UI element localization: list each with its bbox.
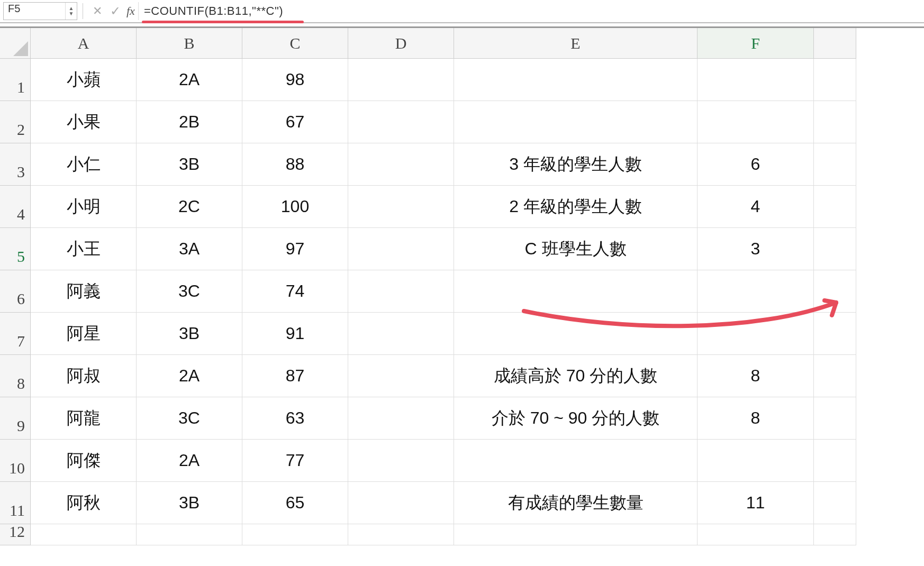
- cell-D1[interactable]: [348, 59, 454, 101]
- cell-extra-4[interactable]: [814, 186, 856, 228]
- cell-B12[interactable]: [137, 524, 242, 545]
- row-header-1[interactable]: 1: [0, 59, 31, 101]
- cell-A2[interactable]: 小果: [31, 101, 137, 143]
- cell-F6[interactable]: [697, 270, 814, 313]
- cell-F12[interactable]: [697, 524, 814, 545]
- cell-F8[interactable]: 8: [697, 355, 814, 397]
- column-header-C[interactable]: C: [242, 28, 348, 59]
- cell-F9[interactable]: 8: [697, 397, 814, 440]
- cell-C8[interactable]: 87: [242, 355, 348, 397]
- cell-B10[interactable]: 2A: [137, 440, 242, 482]
- cell-F7[interactable]: [697, 313, 814, 355]
- cell-extra-11[interactable]: [814, 482, 856, 524]
- accept-button[interactable]: ✓: [106, 2, 124, 20]
- cell-A4[interactable]: 小明: [31, 186, 137, 228]
- cell-E4[interactable]: 2 年級的學生人數: [454, 186, 697, 228]
- cell-F10[interactable]: [697, 440, 814, 482]
- row-header-9[interactable]: 9: [0, 397, 31, 440]
- row-header-12[interactable]: 12: [0, 524, 31, 545]
- cell-B4[interactable]: 2C: [137, 186, 242, 228]
- cell-D9[interactable]: [348, 397, 454, 440]
- spreadsheet-grid[interactable]: ABCDEF1小蘋2A982小果2B673小仁3B883 年級的學生人數64小明…: [0, 26, 924, 545]
- formula-input[interactable]: =COUNTIF(B1:B11,"**C"): [144, 4, 283, 18]
- cell-C10[interactable]: 77: [242, 440, 348, 482]
- row-header-7[interactable]: 7: [0, 313, 31, 355]
- cell-D10[interactable]: [348, 440, 454, 482]
- cell-E11[interactable]: 有成績的學生數量: [454, 482, 697, 524]
- row-header-4[interactable]: 4: [0, 186, 31, 228]
- cell-C6[interactable]: 74: [242, 270, 348, 313]
- cell-E9[interactable]: 介於 70 ~ 90 分的人數: [454, 397, 697, 440]
- cell-extra-1[interactable]: [814, 59, 856, 101]
- cell-F11[interactable]: 11: [697, 482, 814, 524]
- cell-extra-3[interactable]: [814, 143, 856, 186]
- cell-extra-10[interactable]: [814, 440, 856, 482]
- cell-B3[interactable]: 3B: [137, 143, 242, 186]
- cell-B2[interactable]: 2B: [137, 101, 242, 143]
- cancel-button[interactable]: ✕: [88, 2, 106, 20]
- column-header-D[interactable]: D: [348, 28, 454, 59]
- cell-A9[interactable]: 阿龍: [31, 397, 137, 440]
- cell-A1[interactable]: 小蘋: [31, 59, 137, 101]
- cell-D11[interactable]: [348, 482, 454, 524]
- row-header-2[interactable]: 2: [0, 101, 31, 143]
- column-header-F[interactable]: F: [697, 28, 814, 59]
- cell-A6[interactable]: 阿義: [31, 270, 137, 313]
- cell-extra-6[interactable]: [814, 270, 856, 313]
- cell-A7[interactable]: 阿星: [31, 313, 137, 355]
- cell-C11[interactable]: 65: [242, 482, 348, 524]
- cell-A3[interactable]: 小仁: [31, 143, 137, 186]
- cell-E2[interactable]: [454, 101, 697, 143]
- stepper-down-icon[interactable]: ▼: [69, 11, 74, 16]
- cell-C3[interactable]: 88: [242, 143, 348, 186]
- name-box-stepper[interactable]: ▲ ▼: [65, 3, 77, 20]
- cell-B8[interactable]: 2A: [137, 355, 242, 397]
- cell-B11[interactable]: 3B: [137, 482, 242, 524]
- cell-F3[interactable]: 6: [697, 143, 814, 186]
- cell-extra-12[interactable]: [814, 524, 856, 545]
- cell-D3[interactable]: [348, 143, 454, 186]
- cell-E3[interactable]: 3 年級的學生人數: [454, 143, 697, 186]
- cell-F4[interactable]: 4: [697, 186, 814, 228]
- cell-E7[interactable]: [454, 313, 697, 355]
- cell-B5[interactable]: 3A: [137, 228, 242, 270]
- cell-extra-5[interactable]: [814, 228, 856, 270]
- cell-E10[interactable]: [454, 440, 697, 482]
- column-header-A[interactable]: A: [31, 28, 137, 59]
- cell-D6[interactable]: [348, 270, 454, 313]
- cell-C1[interactable]: 98: [242, 59, 348, 101]
- column-header-extra[interactable]: [814, 28, 856, 59]
- cell-D4[interactable]: [348, 186, 454, 228]
- cell-B7[interactable]: 3B: [137, 313, 242, 355]
- cell-D8[interactable]: [348, 355, 454, 397]
- cell-C4[interactable]: 100: [242, 186, 348, 228]
- column-header-E[interactable]: E: [454, 28, 697, 59]
- cell-D2[interactable]: [348, 101, 454, 143]
- cell-E1[interactable]: [454, 59, 697, 101]
- cell-E12[interactable]: [454, 524, 697, 545]
- select-all-corner[interactable]: [0, 28, 31, 59]
- cell-E8[interactable]: 成績高於 70 分的人數: [454, 355, 697, 397]
- cell-extra-2[interactable]: [814, 101, 856, 143]
- cell-B1[interactable]: 2A: [137, 59, 242, 101]
- row-header-11[interactable]: 11: [0, 482, 31, 524]
- cell-A10[interactable]: 阿傑: [31, 440, 137, 482]
- cell-A5[interactable]: 小王: [31, 228, 137, 270]
- cell-extra-7[interactable]: [814, 313, 856, 355]
- cell-B6[interactable]: 3C: [137, 270, 242, 313]
- cell-F2[interactable]: [697, 101, 814, 143]
- row-header-10[interactable]: 10: [0, 440, 31, 482]
- row-header-5[interactable]: 5: [0, 228, 31, 270]
- cell-F5[interactable]: 3: [697, 228, 814, 270]
- cell-C2[interactable]: 67: [242, 101, 348, 143]
- cell-A8[interactable]: 阿叔: [31, 355, 137, 397]
- cell-C5[interactable]: 97: [242, 228, 348, 270]
- row-header-8[interactable]: 8: [0, 355, 31, 397]
- cell-A11[interactable]: 阿秋: [31, 482, 137, 524]
- cell-extra-8[interactable]: [814, 355, 856, 397]
- cell-E6[interactable]: [454, 270, 697, 313]
- cell-F1[interactable]: [697, 59, 814, 101]
- cell-C9[interactable]: 63: [242, 397, 348, 440]
- row-header-6[interactable]: 6: [0, 270, 31, 313]
- column-header-B[interactable]: B: [137, 28, 242, 59]
